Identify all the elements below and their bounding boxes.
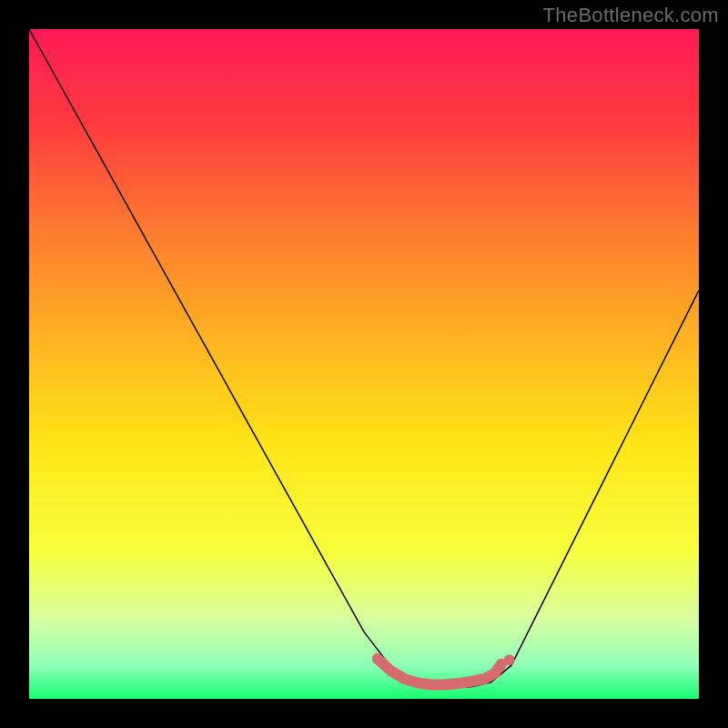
chart-overlay	[29, 29, 699, 699]
optimal-range-band	[378, 659, 501, 685]
chart-plot-area	[29, 29, 699, 699]
bottleneck-curve	[29, 29, 699, 687]
optimal-range-end-dot	[504, 654, 515, 665]
chart-frame: TheBottleneck.com	[0, 0, 728, 728]
watermark-text: TheBottleneck.com	[543, 4, 719, 27]
